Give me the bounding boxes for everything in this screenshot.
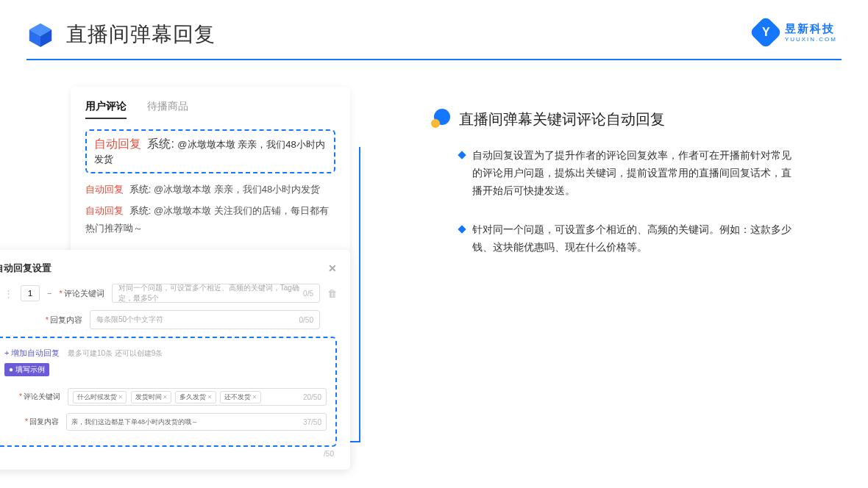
example-keyword-input[interactable]: 什么时候发货× 发货时间× 多久发货× 还不发货× 20/50 [68, 388, 327, 406]
comment-row: 自动回复 系统: @冰墩墩本墩 亲亲，我们48小时内发货 [85, 181, 335, 198]
example-badge: ● 填写示例 [4, 363, 49, 376]
section-subtitle: 直播间弹幕关键词评论自动回复 [459, 110, 665, 129]
dialog-title: 自动回复设置 [0, 262, 51, 275]
tab-user-comments[interactable]: 用户评论 [85, 100, 127, 119]
example-content-input[interactable]: 亲，我们这边都是下单48小时内发货的哦～ 37/50 [66, 413, 327, 431]
tag-chip: 还不发货× [220, 391, 260, 403]
row-number: 1 [21, 285, 40, 301]
tag-chip: 多久发货× [175, 391, 216, 403]
logo-cn: 昱新科技 [785, 22, 835, 36]
highlighted-comment: 自动回复 系统: @冰墩墩本墩 亲亲，我们48小时内发货 [85, 129, 335, 173]
remove-row-icon[interactable]: − [47, 289, 51, 298]
keyword-input[interactable]: 对同一个问题，可设置多个相近、高频的关键词，Tag确定，最多5个 0/5 [112, 284, 320, 303]
tag-chip: 发货时间× [131, 391, 171, 403]
cube-icon [26, 21, 54, 49]
brand-logo: Y 昱新科技 YUUXIN.COM [754, 21, 837, 44]
diamond-icon [458, 226, 466, 234]
connector-line [349, 441, 360, 442]
drag-handle-icon[interactable]: ⋮⋮ [0, 288, 13, 299]
add-hint: 最多可建10条 还可以创建9条 [68, 349, 163, 357]
chat-bubble-icon [431, 109, 452, 129]
logo-en: YUUXIN.COM [785, 36, 837, 43]
outer-count: /50 [0, 450, 337, 458]
system-label: 系统: [147, 137, 174, 150]
comment-row: 自动回复 系统: @冰墩墩本墩 关注我们的店铺，每日都有热门推荐呦～ [85, 202, 335, 237]
add-auto-reply-link[interactable]: + 增加自动回复 [4, 348, 60, 359]
bullet-item: 针对同一个问题，可设置多个相近的、高频的关键词。例如：这款多少钱、这块能优惠吗、… [431, 221, 842, 256]
page-title: 直播间弹幕回复 [66, 21, 216, 49]
connector-line [359, 147, 360, 442]
logo-mark-icon: Y [749, 15, 782, 49]
close-icon[interactable]: ✕ [328, 262, 337, 274]
diamond-icon [458, 151, 466, 159]
example-section: + 增加自动回复 最多可建10条 还可以创建9条 ● 填写示例 *评论关键词 什… [0, 337, 337, 447]
auto-reply-settings-dialog: 自动回复设置 ✕ ⋮⋮ 1 − *评论关键词 对同一个问题，可设置多个相近、高频… [0, 250, 350, 470]
auto-reply-tag: 自动回复 [94, 137, 141, 150]
comments-card: 用户评论 待播商品 自动回复 系统: @冰墩墩本墩 亲亲，我们48小时内发货 自… [71, 87, 350, 254]
tab-pending-products[interactable]: 待播商品 [147, 100, 188, 119]
tag-chip: 什么时候发货× [73, 391, 127, 403]
content-input[interactable]: 每条限50个中文字符 0/50 [90, 310, 320, 329]
bullet-item: 自动回复设置为了提升作者的评论回复效率，作者可在开播前针对常见的评论用户问题，提… [431, 147, 842, 199]
trash-icon[interactable]: 🗑 [327, 288, 337, 299]
